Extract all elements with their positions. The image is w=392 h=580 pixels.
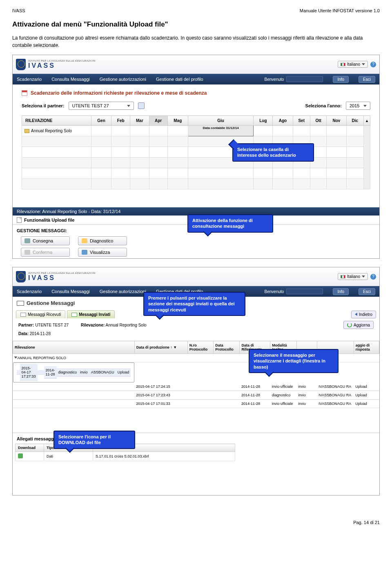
nav-consulta-messaggi[interactable]: Consulta Messaggi bbox=[51, 77, 90, 82]
document-icon bbox=[17, 217, 22, 223]
chevron-down-icon bbox=[363, 105, 367, 107]
callout-select-cell: Selezionare la casella di interesse dell… bbox=[232, 143, 314, 162]
ivass-logo: ISTITUTO PER LA VIGILANZA SULLE ASSICURA… bbox=[16, 59, 96, 70]
callout-download-icon: Selezionare l'icona per il DOWNLOAD del … bbox=[53, 431, 135, 449]
confirm-icon bbox=[24, 250, 30, 255]
panel-title: Scadenzario delle informazioni richieste… bbox=[31, 90, 207, 96]
help-icon[interactable]: ? bbox=[370, 62, 376, 67]
page-footer: Pag. 14 di 21 bbox=[0, 512, 392, 529]
help-icon[interactable]: ? bbox=[370, 274, 376, 280]
refresh-icon bbox=[347, 322, 352, 327]
refresh-button[interactable]: Aggiorna bbox=[343, 321, 374, 329]
attachment-row: Dati S.17.01.01 cross S.02.01.03.xbrl bbox=[16, 452, 235, 461]
scroll-up-icon[interactable]: ▴ bbox=[364, 116, 370, 126]
envelope-icon bbox=[17, 301, 24, 306]
nav-gestione-autorizzazioni[interactable]: Gestione autorizzazioni bbox=[100, 289, 146, 294]
calendar-icon bbox=[22, 90, 27, 96]
nav-gestione-autorizzazioni[interactable]: Gestione autorizzazioni bbox=[100, 77, 146, 82]
collapse-icon bbox=[14, 357, 17, 359]
logo-subtext: ISTITUTO PER LA VIGILANZA SULLE ASSICURA… bbox=[28, 60, 96, 62]
refresh-icon[interactable] bbox=[138, 102, 145, 109]
doc-title-right: Manuale Utente INFOSTAT versione 1.0 bbox=[300, 8, 380, 13]
message-row[interactable]: 2015-04-17 17:23:432014-11-28diagnostico… bbox=[13, 391, 379, 400]
nav-scadenzario[interactable]: Scadenzario bbox=[17, 289, 42, 294]
info-button[interactable]: Info bbox=[333, 288, 349, 295]
logo-text: IVASS bbox=[28, 62, 96, 69]
nav-scadenzario[interactable]: Scadenzario bbox=[17, 77, 42, 82]
message-row[interactable]: 2015-04-17 17:24:152014-11-28invio uffic… bbox=[13, 382, 379, 391]
partner-label: Seleziona il partner: bbox=[22, 103, 65, 108]
chevron-down-icon bbox=[362, 63, 365, 65]
nav-gestione-dati-profilo[interactable]: Gestione dati del profilo bbox=[156, 77, 203, 82]
screenshot-gestione-messaggi: ISTITUTO PER LA VIGILANZA SULLE ASSICURA… bbox=[12, 267, 380, 496]
folder-icon bbox=[24, 129, 29, 133]
doc-source: IVASS bbox=[12, 8, 25, 13]
back-button[interactable]: Indietro bbox=[351, 311, 376, 318]
consegna-button[interactable]: Consegna bbox=[21, 236, 70, 245]
section-paragraph: La funzione di consultazione può altresì… bbox=[12, 34, 380, 49]
conferma-button[interactable]: Conferma bbox=[21, 248, 70, 257]
nav-consulta-messaggi[interactable]: Consulta Messaggi bbox=[51, 289, 90, 294]
logout-button[interactable]: Esci bbox=[359, 288, 375, 295]
delivery-icon bbox=[24, 238, 30, 243]
flag-icon bbox=[341, 275, 345, 278]
view-icon bbox=[82, 250, 87, 255]
ivass-logo: ISTITUTO PER LA VIGILANZA SULLE ASSICURA… bbox=[16, 271, 96, 282]
user-box bbox=[286, 76, 323, 82]
envelope-sent-icon bbox=[71, 313, 77, 317]
year-select[interactable]: 2015 bbox=[346, 102, 370, 110]
upload-func-label: Funzionalità Upload file bbox=[24, 218, 74, 222]
info-button[interactable]: Info bbox=[333, 76, 349, 83]
language-selector[interactable]: Italiano bbox=[338, 61, 368, 68]
chevron-down-icon bbox=[127, 105, 130, 107]
message-row[interactable]: 2015-04-17 17:01:332014-11-28invio uffic… bbox=[13, 400, 379, 408]
shield-icon bbox=[16, 59, 26, 70]
tab-messaggi-inviati[interactable]: Messaggi Inviati bbox=[67, 310, 115, 318]
section-heading: Attivazione dal menù "Funzionalità Uploa… bbox=[12, 20, 380, 29]
partner-select[interactable]: UTENTE TEST 27 bbox=[69, 102, 134, 110]
visualizza-button[interactable]: Visualizza bbox=[78, 248, 127, 257]
arrow-left-icon bbox=[355, 313, 357, 316]
language-selector[interactable]: Italiano bbox=[338, 273, 368, 280]
flag-icon bbox=[341, 63, 345, 66]
survey-row[interactable]: Annual Reporting Solo bbox=[22, 126, 91, 136]
schedule-table: RILEVAZIONE GenFeb MarApr MagGiu LugAgo … bbox=[22, 116, 370, 189]
callout-press-buttons: Premere i pulsanti per visualizzare la s… bbox=[143, 292, 245, 316]
tab-messaggi-ricevuti[interactable]: Messaggi Ricevuti bbox=[16, 310, 65, 318]
gestione-messaggi-title: Gestione Messaggi bbox=[27, 300, 75, 306]
diagnostic-icon bbox=[82, 238, 87, 243]
screenshot-scadenzario: ISTITUTO PER LA VIGILANZA SULLE ASSICURA… bbox=[12, 55, 380, 259]
year-label: Seleziona l'anno: bbox=[305, 103, 342, 108]
col-rilevazione: RILEVAZIONE bbox=[22, 116, 91, 126]
download-icon[interactable] bbox=[18, 453, 23, 458]
schedule-cell-selected[interactable]: Data contabile 31/12/14 bbox=[188, 126, 254, 136]
callout-select-message: Selezionare il messaggio per visualizzar… bbox=[249, 349, 339, 373]
callout-activate-function: Attivazione della funzione di consultazi… bbox=[187, 214, 273, 233]
diagnostico-button[interactable]: Diagnostico bbox=[78, 236, 127, 245]
message-row[interactable]: 2015-04-17 17:27:332014-11-28diagnostico… bbox=[13, 362, 135, 382]
envelope-icon bbox=[20, 313, 26, 317]
shield-icon bbox=[16, 271, 26, 282]
welcome-label: Benvenuto bbox=[265, 77, 284, 82]
logout-button[interactable]: Esci bbox=[359, 76, 375, 83]
